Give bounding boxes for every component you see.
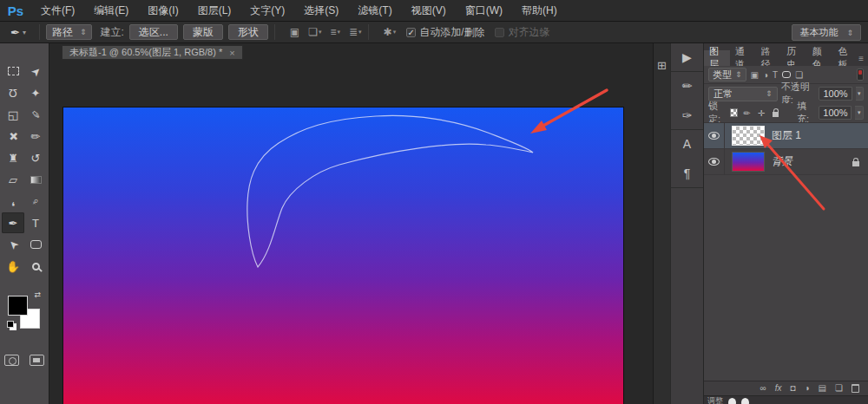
tool-gradient[interactable] bbox=[24, 169, 47, 190]
menu-filter[interactable]: 滤镜(T) bbox=[348, 0, 401, 21]
tool-history-brush[interactable]: ↺ bbox=[24, 147, 47, 168]
tool-crop[interactable]: ◱ bbox=[2, 104, 24, 125]
make-selection-button[interactable]: 选区... bbox=[129, 24, 178, 40]
tool-zoom[interactable] bbox=[24, 256, 47, 277]
filter-type-select[interactable]: 类型 ⇕ bbox=[708, 68, 746, 81]
menu-file[interactable]: 文件(F) bbox=[31, 0, 84, 21]
lock-transparency-icon[interactable] bbox=[730, 108, 738, 117]
path-mode-select[interactable]: 路径 ⇕ bbox=[46, 24, 93, 40]
tab-color[interactable]: 颜色 bbox=[807, 50, 833, 66]
pen-tool-preset[interactable]: ✒ ▾ bbox=[0, 26, 33, 39]
quick-mask-button[interactable] bbox=[4, 355, 19, 366]
filter-toggle-switch[interactable] bbox=[857, 68, 864, 81]
tab-swatches[interactable]: 色板 bbox=[832, 50, 858, 66]
new-group-icon[interactable]: ▤ bbox=[819, 384, 826, 393]
tool-type[interactable]: T bbox=[24, 212, 47, 233]
layer-name[interactable]: 图层 1 bbox=[772, 128, 801, 143]
tool-shape[interactable] bbox=[24, 234, 47, 255]
panel-menu-icon[interactable]: ≡ bbox=[858, 50, 868, 66]
align-edges-checkbox[interactable] bbox=[495, 28, 504, 37]
photoshop-logo: Ps bbox=[0, 3, 31, 18]
tool-options-bar: ✒ ▾ 路径 ⇕ 建立: 选区... 蒙版 形状 ▣ ❏▾ ≡▾ ≣▾ ✱▾ ✓… bbox=[0, 22, 868, 43]
tool-path-selection[interactable]: ➤ bbox=[2, 234, 24, 255]
foreground-color-swatch[interactable] bbox=[8, 296, 28, 316]
auto-add-delete-checkbox[interactable]: ✓ bbox=[406, 28, 416, 37]
link-layers-icon[interactable]: ∞ bbox=[760, 384, 766, 393]
filter-smart-objects-icon[interactable]: ❏ bbox=[795, 70, 803, 80]
blend-mode-select[interactable]: 正常 ⇕ bbox=[708, 87, 778, 101]
new-layer-icon[interactable]: ❏ bbox=[835, 384, 843, 393]
brush-panel-icon[interactable]: ✏ bbox=[677, 77, 698, 94]
make-label: 建立: bbox=[100, 25, 123, 40]
path-alignment-icon[interactable]: ≡ bbox=[330, 26, 336, 38]
tool-magic-wand[interactable]: ✦ bbox=[24, 82, 47, 103]
document-tab[interactable]: 未标题-1 @ 60.5%(图层 1, RGB/8) * × bbox=[62, 45, 243, 60]
tool-brush[interactable]: ✏ bbox=[24, 126, 47, 147]
collapsed-panel-icon[interactable]: ⊞ bbox=[654, 59, 670, 72]
divider bbox=[274, 24, 275, 40]
swap-colors-icon[interactable]: ⇄ bbox=[34, 290, 41, 299]
lock-pixels-icon[interactable]: ✏ bbox=[743, 108, 750, 118]
tool-eyedropper[interactable]: ✑ bbox=[24, 104, 47, 125]
canvas[interactable] bbox=[63, 108, 623, 404]
visibility-cell[interactable] bbox=[704, 123, 725, 148]
layer-row-background[interactable]: 背景 bbox=[704, 149, 868, 175]
menu-select[interactable]: 选择(S) bbox=[294, 0, 348, 21]
layer-effects-icon[interactable]: fx bbox=[775, 384, 782, 393]
brush-presets-panel-icon[interactable]: ✑ bbox=[677, 107, 698, 124]
menu-window[interactable]: 窗口(W) bbox=[456, 0, 512, 21]
make-shape-button[interactable]: 形状 bbox=[228, 24, 268, 40]
adjustment-layer-icon[interactable]: ◑ bbox=[805, 384, 810, 393]
tab-paths[interactable]: 路径 bbox=[755, 50, 781, 66]
make-mask-button[interactable]: 蒙版 bbox=[183, 24, 223, 40]
actions-panel-icon[interactable]: ▶ bbox=[677, 49, 698, 66]
opacity-dropdown-icon[interactable]: ▾ bbox=[856, 87, 864, 101]
menu-layer[interactable]: 图层(L) bbox=[188, 0, 241, 21]
paragraph-panel-icon[interactable]: ¶ bbox=[677, 165, 698, 182]
delete-layer-icon[interactable] bbox=[852, 384, 859, 393]
visibility-cell[interactable] bbox=[704, 149, 725, 174]
workspace-switcher-button[interactable]: 基本功能 ⇕ bbox=[792, 24, 861, 41]
lock-all-icon[interactable] bbox=[773, 112, 779, 117]
menu-edit[interactable]: 编辑(E) bbox=[84, 0, 138, 21]
menu-type[interactable]: 文字(Y) bbox=[240, 0, 294, 21]
tool-rectangular-marquee[interactable] bbox=[2, 61, 24, 81]
filter-adjustment-layers-icon[interactable]: ◑ bbox=[763, 70, 768, 80]
filter-pixel-layers-icon[interactable]: ▣ bbox=[751, 70, 759, 80]
tab-history[interactable]: 历史 bbox=[781, 50, 807, 66]
tool-pen[interactable]: ✒ bbox=[2, 212, 24, 233]
tool-dodge[interactable]: ♀ bbox=[24, 191, 47, 212]
menu-help[interactable]: 帮助(H) bbox=[512, 0, 567, 21]
default-colors-icon[interactable] bbox=[7, 321, 14, 328]
add-mask-icon[interactable]: ◘ bbox=[790, 384, 795, 393]
tab-layers[interactable]: 图层 bbox=[704, 50, 730, 66]
path-new-icon[interactable]: ❏ bbox=[308, 26, 318, 38]
filter-type-layers-icon[interactable]: T bbox=[773, 70, 778, 80]
layer-name[interactable]: 背景 bbox=[772, 154, 792, 169]
fill-dropdown-icon[interactable]: ▾ bbox=[855, 106, 864, 120]
filter-shape-layers-icon[interactable] bbox=[782, 71, 791, 78]
layer-row-layer1[interactable]: 图层 1 bbox=[704, 123, 868, 149]
path-operations-icon[interactable]: ▣ bbox=[290, 26, 299, 38]
screen-mode-button[interactable] bbox=[30, 355, 44, 366]
menu-view[interactable]: 视图(V) bbox=[402, 0, 456, 21]
tool-lasso[interactable]: Ω bbox=[2, 82, 24, 103]
tool-eraser[interactable]: ▱ bbox=[2, 169, 24, 190]
tool-blur[interactable]: ❜ bbox=[2, 191, 24, 212]
fill-value[interactable]: 100% bbox=[819, 106, 852, 120]
gear-icon[interactable]: ✱ bbox=[384, 26, 392, 38]
close-icon[interactable]: × bbox=[229, 48, 234, 58]
layer-thumbnail[interactable] bbox=[732, 152, 765, 172]
opacity-value[interactable]: 100% bbox=[819, 87, 852, 101]
tool-spot-healing-brush[interactable]: ✚ bbox=[2, 126, 24, 147]
lock-position-icon[interactable]: ✛ bbox=[758, 108, 765, 118]
menu-image[interactable]: 图像(I) bbox=[138, 0, 187, 21]
tool-hand[interactable]: ✋ bbox=[2, 256, 24, 277]
blur-icon: ❜ bbox=[11, 196, 15, 207]
tab-channels[interactable]: 通道 bbox=[730, 50, 756, 66]
tool-move[interactable]: ➤ bbox=[24, 61, 47, 81]
layer-thumbnail[interactable] bbox=[732, 126, 765, 146]
path-arrange-icon[interactable]: ≣ bbox=[349, 26, 358, 38]
character-panel-icon[interactable]: A bbox=[677, 135, 698, 153]
tool-clone-stamp[interactable]: ♜ bbox=[2, 147, 24, 168]
